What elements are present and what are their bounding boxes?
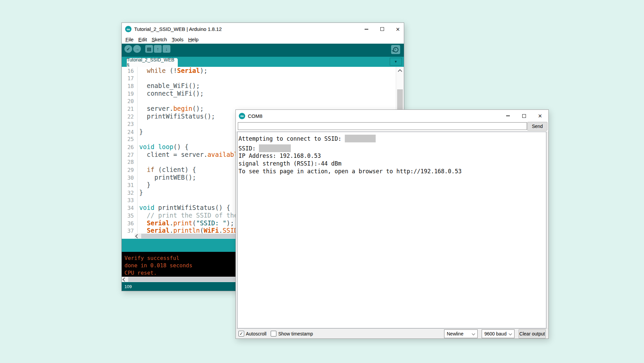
- line-number: 27: [122, 151, 137, 159]
- menu-edit[interactable]: Edit: [136, 37, 149, 42]
- menu-sketch[interactable]: Sketch: [149, 37, 169, 42]
- ide-window-title: Tutorial_2_SSID_WEB | Arduino 1.8.12: [134, 26, 222, 32]
- tab-strip: Tutorial_2_SSID_WEB § ▼: [122, 57, 404, 67]
- maximize-icon: [380, 27, 384, 31]
- serial-output-line: signal strength (RSSI):-44 dBm: [238, 160, 546, 168]
- serial-output-line: To see this page in action, open a brows…: [238, 168, 546, 175]
- magnifier-icon: [393, 47, 398, 52]
- serial-output-line: Attempting to connect to SSID:: [238, 133, 546, 143]
- line-number: 20: [122, 98, 137, 105]
- redacted-text: [259, 144, 291, 152]
- code-line-18: 18 enable_WiFi();: [122, 82, 404, 90]
- serial-input-row: Send: [236, 122, 548, 131]
- upload-button[interactable]: →: [133, 45, 141, 53]
- line-number: 31: [122, 182, 137, 189]
- ide-title-bar[interactable]: ∞ Tutorial_2_SSID_WEB | Arduino 1.8.12 ×: [122, 23, 404, 35]
- serial-monitor-button[interactable]: [391, 45, 400, 54]
- tab-tutorial-2-ssid-web[interactable]: Tutorial_2_SSID_WEB §: [127, 58, 178, 67]
- scroll-left-icon: [122, 277, 127, 282]
- autoscroll-checkbox[interactable]: ✓: [238, 331, 244, 336]
- code-line-17: 17: [122, 75, 404, 83]
- ide-maximize-button[interactable]: [380, 27, 384, 32]
- serial-maximize-button[interactable]: [522, 114, 526, 118]
- show-timestamp-checkbox[interactable]: [271, 331, 276, 336]
- line-number: 26: [122, 144, 137, 151]
- show-timestamp-label: Show timestamp: [278, 331, 313, 336]
- menu-tools[interactable]: Tools: [169, 37, 186, 42]
- line-number: 17: [122, 75, 137, 83]
- scroll-up-icon: [398, 69, 402, 74]
- serial-minimize-button[interactable]: [505, 114, 510, 118]
- menu-file[interactable]: File: [123, 37, 136, 42]
- serial-title-bar[interactable]: ∞ COM8 ×: [236, 110, 548, 122]
- open-icon: ↑: [157, 47, 159, 51]
- menu-bar: FileEditSketchToolsHelp: [122, 35, 404, 44]
- line-number: 30: [122, 174, 137, 182]
- line-number: 16: [122, 67, 137, 75]
- line-number: 21: [122, 105, 137, 113]
- ide-close-button[interactable]: ×: [395, 27, 400, 32]
- serial-bottom-bar: ✓ Autoscroll Show timestamp Newline 9600…: [236, 328, 548, 338]
- tab-list-dropdown-button[interactable]: ▼: [390, 58, 402, 65]
- serial-output-line: SSID:: [238, 143, 546, 152]
- menu-help[interactable]: Help: [186, 37, 201, 42]
- autoscroll-label: Autoscroll: [246, 331, 266, 336]
- minimize-icon: [506, 116, 510, 116]
- ide-toolbar: ✓→▤↑↓: [122, 44, 404, 57]
- minimize-icon: [365, 29, 368, 30]
- upload-icon: →: [135, 47, 140, 51]
- new-sketch-button[interactable]: ▤: [145, 45, 153, 53]
- line-ending-value: Newline: [447, 331, 464, 336]
- toolbar-buttons: ✓→▤↑↓: [124, 45, 171, 53]
- baud-rate-value: 9600 baud: [484, 331, 506, 336]
- line-number: 34: [122, 205, 137, 212]
- line-number: 19: [122, 90, 137, 98]
- code-line-20: 20: [122, 98, 404, 105]
- ide-minimize-button[interactable]: [364, 27, 369, 32]
- current-line-number: 109: [124, 284, 132, 289]
- line-number: 18: [122, 83, 137, 90]
- clear-output-button[interactable]: Clear output: [519, 329, 546, 338]
- serial-window-title: COM8: [248, 113, 262, 119]
- line-ending-dropdown[interactable]: Newline: [444, 329, 478, 338]
- save-icon: ↓: [165, 47, 168, 51]
- serial-input[interactable]: [238, 122, 527, 130]
- verify-button[interactable]: ✓: [124, 45, 132, 53]
- serial-monitor-window: ∞ COM8 × Send Attempting to connect to S…: [235, 109, 549, 339]
- line-number: 33: [122, 197, 137, 205]
- chevron-down-icon: [509, 332, 512, 335]
- save-button[interactable]: ↓: [163, 45, 170, 53]
- baud-rate-dropdown[interactable]: 9600 baud: [482, 329, 515, 338]
- line-number: 24: [122, 129, 137, 136]
- code-line-19: 19 connect_WiFi();: [122, 90, 404, 98]
- open-button[interactable]: ↑: [154, 45, 162, 53]
- serial-output-area[interactable]: Attempting to connect to SSID: SSID: IP …: [237, 132, 546, 328]
- line-number: 32: [122, 189, 137, 197]
- arduino-logo-icon: ∞: [125, 26, 131, 32]
- redacted-text: [345, 135, 376, 142]
- serial-close-button[interactable]: ×: [538, 114, 542, 118]
- arduino-logo-icon: ∞: [239, 113, 245, 119]
- line-number: 36: [122, 220, 137, 228]
- serial-output-line: IP Address: 192.168.0.53: [238, 152, 546, 160]
- line-number: 23: [122, 121, 137, 128]
- code-line-16: 16 while (!Serial);: [122, 67, 404, 75]
- line-number: 25: [122, 136, 137, 143]
- send-button[interactable]: Send: [527, 122, 547, 131]
- line-number: 35: [122, 212, 137, 220]
- chevron-down-icon: [472, 332, 475, 335]
- line-number: 29: [122, 167, 137, 174]
- line-number: 37: [122, 227, 137, 233]
- line-number: 22: [122, 113, 137, 121]
- new-sketch-icon: ▤: [147, 47, 151, 51]
- maximize-icon: [522, 114, 526, 118]
- line-number: 28: [122, 158, 137, 166]
- verify-icon: ✓: [126, 47, 130, 51]
